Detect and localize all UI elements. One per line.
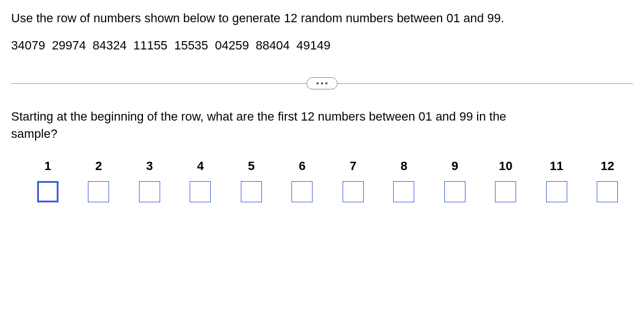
answer-column: 11 bbox=[531, 159, 582, 202]
column-label: 12 bbox=[601, 159, 614, 173]
answer-column: 8 bbox=[379, 159, 430, 202]
answer-input-7[interactable] bbox=[343, 181, 364, 202]
column-label: 1 bbox=[44, 159, 51, 173]
answer-input-4[interactable] bbox=[190, 181, 211, 202]
expand-toggle-button[interactable] bbox=[306, 77, 338, 89]
answer-column: 6 bbox=[277, 159, 328, 202]
answer-input-12[interactable] bbox=[597, 181, 618, 202]
answer-grid: 123456789101112 bbox=[11, 159, 633, 202]
answer-input-8[interactable] bbox=[393, 181, 414, 202]
answer-input-9[interactable] bbox=[444, 181, 465, 202]
section-divider bbox=[11, 75, 633, 92]
question-text: Starting at the beginning of the row, wh… bbox=[11, 108, 523, 143]
instruction-text: Use the row of numbers shown below to ge… bbox=[11, 10, 633, 27]
answer-column: 1 bbox=[22, 159, 73, 202]
column-label: 8 bbox=[400, 159, 407, 173]
answer-input-3[interactable] bbox=[139, 181, 160, 202]
answer-input-11[interactable] bbox=[546, 181, 567, 202]
column-label: 7 bbox=[350, 159, 356, 173]
column-label: 2 bbox=[95, 159, 102, 173]
column-label: 6 bbox=[299, 159, 305, 173]
answer-input-5[interactable] bbox=[241, 181, 262, 202]
column-label: 4 bbox=[197, 159, 204, 173]
answer-column: 12 bbox=[582, 159, 633, 202]
column-label: 10 bbox=[499, 159, 512, 173]
column-label: 5 bbox=[248, 159, 255, 173]
answer-column: 7 bbox=[328, 159, 379, 202]
dots-icon bbox=[321, 82, 323, 84]
answer-column: 9 bbox=[429, 159, 480, 202]
answer-column: 10 bbox=[480, 159, 532, 202]
answer-input-6[interactable] bbox=[291, 181, 313, 202]
answer-column: 3 bbox=[124, 159, 175, 202]
answer-input-10[interactable] bbox=[495, 181, 516, 202]
answer-input-2[interactable] bbox=[88, 181, 109, 202]
column-label: 11 bbox=[550, 159, 563, 173]
dots-icon bbox=[325, 82, 328, 84]
answer-column: 4 bbox=[175, 159, 226, 202]
answer-column: 5 bbox=[226, 159, 277, 202]
answer-input-1[interactable] bbox=[37, 181, 58, 202]
dots-icon bbox=[316, 82, 319, 84]
answer-column: 2 bbox=[73, 159, 125, 202]
column-label: 3 bbox=[146, 159, 153, 173]
column-label: 9 bbox=[452, 159, 458, 173]
random-number-row: 34079 29974 84324 11155 15535 04259 8840… bbox=[11, 38, 633, 53]
